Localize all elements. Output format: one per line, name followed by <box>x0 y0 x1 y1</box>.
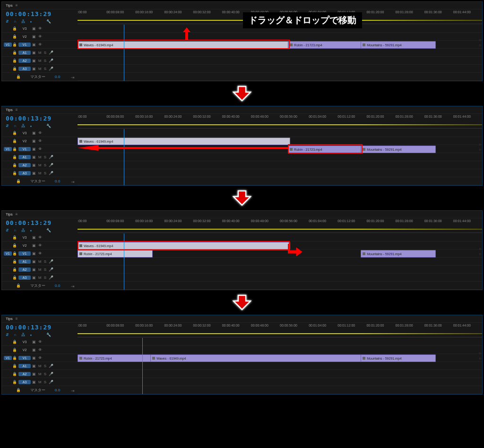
mute-icon[interactable]: M <box>38 155 42 159</box>
lock-icon[interactable]: 🔒 <box>12 380 17 384</box>
panel-menu-icon[interactable]: ≡ <box>16 108 18 112</box>
track-header-a2[interactable]: 🔒A2▣MS🎤 <box>2 161 88 169</box>
track-header-a1[interactable]: 🔒A1▣MS🎤 <box>2 258 88 266</box>
lock-icon[interactable]: 🔒 <box>12 340 17 344</box>
voice-icon[interactable]: 🎤 <box>49 59 53 63</box>
track-header-a1[interactable]: 🔒A1▣MS🎤 <box>2 153 88 161</box>
clip-waves[interactable]: Waves - 61949.mp4 <box>150 354 363 362</box>
solo-icon[interactable]: S <box>44 364 46 368</box>
panel-menu-icon[interactable]: ≡ <box>16 317 18 321</box>
lock-icon[interactable]: 🔒 <box>12 43 17 47</box>
marker-icon[interactable]: ⬥ <box>30 228 32 233</box>
linked-selection-icon[interactable]: ⁂ <box>21 124 25 128</box>
track-header-v2[interactable]: 🔒V2▣👁 <box>2 241 88 250</box>
snap-icon[interactable]: ⇵ <box>6 333 9 337</box>
mute-icon[interactable]: M <box>38 364 42 368</box>
clip-robin[interactable]: Robin - 21723.mp4 <box>78 250 153 258</box>
side-button[interactable]: ○ <box>479 356 481 361</box>
time-ruler[interactable]: :00:0000:00:08:0000:00:16:0000:00:24:000… <box>78 114 482 129</box>
lock-icon[interactable]: 🔒 <box>12 155 17 159</box>
track-label[interactable]: V1 <box>18 43 31 47</box>
track-label[interactable]: V2 <box>18 34 31 39</box>
toggle-visibility-icon[interactable]: 👁 <box>38 26 42 31</box>
track-header-v3[interactable]: 🔒V3▣👁 <box>2 129 88 137</box>
track-row[interactable] <box>78 129 482 137</box>
lock-icon[interactable]: 🔒 <box>12 147 17 151</box>
mute-icon[interactable]: M <box>38 163 42 167</box>
playhead[interactable] <box>124 233 124 290</box>
lock-icon[interactable]: 🔒 <box>12 67 17 71</box>
voice-icon[interactable]: 🎤 <box>49 276 53 280</box>
clip-waves[interactable]: Waves - 61949.mp4 <box>78 242 290 250</box>
track-row[interactable] <box>78 73 482 81</box>
lock-icon[interactable]: 🔒 <box>12 34 17 39</box>
track-header-v2[interactable]: 🔒V2▣👁 <box>2 137 88 145</box>
track-header-a1[interactable]: 🔒A1▣MS🎤 <box>2 49 88 57</box>
track-row[interactable]: Robin - 21723.mp4Waves - 61949.mp4Mounta… <box>78 354 482 362</box>
track-row[interactable] <box>78 338 482 346</box>
time-ruler[interactable]: :00:0000:00:08:0000:00:16:0000:00:24:000… <box>78 218 482 233</box>
lock-icon[interactable]: 🔒 <box>12 163 17 167</box>
toggle-output-icon[interactable]: ▣ <box>32 34 36 39</box>
clip-robin[interactable]: Robin - 21723.mp4 <box>78 354 153 362</box>
track-row[interactable] <box>78 161 482 169</box>
toggle-visibility-icon[interactable]: 👁 <box>38 131 42 135</box>
track-header-a2[interactable]: 🔒A2▣MS🎤 <box>2 57 88 65</box>
magnet-icon[interactable]: ∩ <box>14 124 17 128</box>
linked-selection-icon[interactable]: ⁂ <box>21 19 25 24</box>
toggle-visibility-icon[interactable]: 👁 <box>38 348 42 352</box>
mute-icon[interactable]: M <box>38 51 42 55</box>
toggle-output-icon[interactable]: ▣ <box>32 139 36 143</box>
track-header-v1[interactable]: V1🔒V1▣👁 <box>2 145 88 153</box>
lock-icon[interactable]: 🔒 <box>12 51 17 55</box>
voice-icon[interactable]: 🎤 <box>49 259 53 264</box>
track-row[interactable] <box>78 233 482 241</box>
side-button[interactable]: ○ <box>479 38 481 42</box>
lock-icon[interactable]: 🔒 <box>12 26 17 31</box>
track-row[interactable] <box>78 362 482 370</box>
toggle-output-icon[interactable]: ▣ <box>32 372 36 376</box>
track-label[interactable]: A1 <box>18 51 31 55</box>
voice-icon[interactable]: 🎤 <box>49 364 53 368</box>
track-row[interactable] <box>78 169 482 177</box>
track-row[interactable] <box>78 378 482 386</box>
mute-icon[interactable]: M <box>38 267 42 272</box>
toggle-visibility-icon[interactable]: 👁 <box>38 139 42 143</box>
lock-icon[interactable]: 🔒 <box>12 59 17 63</box>
side-button[interactable]: ○ <box>479 247 481 251</box>
track-header-a2[interactable]: 🔒A2▣MS🎤 <box>2 266 88 274</box>
sequence-tab[interactable]: Tips <box>6 3 13 8</box>
side-button[interactable]: ○ <box>479 142 481 146</box>
toggle-output-icon[interactable]: ▣ <box>32 348 36 352</box>
track-row[interactable] <box>78 49 482 57</box>
settings-icon[interactable]: 🔧 <box>46 19 51 24</box>
track-label[interactable]: A2 <box>18 59 31 63</box>
track-label[interactable]: V3 <box>18 26 31 31</box>
mute-icon[interactable]: M <box>38 380 42 384</box>
panel-menu-icon[interactable]: ≡ <box>16 212 18 216</box>
solo-icon[interactable]: S <box>44 163 46 167</box>
master-track[interactable]: 🔒 マスター0.0 <box>2 386 78 394</box>
toggle-output-icon[interactable]: ▣ <box>32 67 36 71</box>
track-header-v2[interactable]: 🔒V2▣👁 <box>2 33 88 41</box>
toggle-output-icon[interactable]: ▣ <box>32 267 36 272</box>
expand-icon[interactable]: ⇥ <box>71 180 75 184</box>
playhead[interactable] <box>124 129 124 185</box>
timeline-tracks[interactable]: Waves - 61949.mp4Robin - 21723.mp4Mounta… <box>78 129 482 185</box>
clip-mount[interactable]: Mountains - 59291.mp4 <box>361 354 436 362</box>
solo-icon[interactable]: S <box>44 267 46 272</box>
toggle-output-icon[interactable]: ▣ <box>32 155 36 159</box>
track-row[interactable] <box>78 266 482 274</box>
lock-icon[interactable]: 🔒 <box>12 171 17 175</box>
voice-icon[interactable]: 🎤 <box>49 155 53 159</box>
toggle-output-icon[interactable]: ▣ <box>32 356 36 360</box>
clip-robin[interactable]: Robin - 21723.mp4 <box>288 41 363 49</box>
track-header-a3[interactable]: 🔒A3▣MS🎤 <box>2 274 88 282</box>
clip-robin[interactable]: Robin - 21723.mp4 <box>288 146 363 153</box>
playhead[interactable] <box>124 25 124 81</box>
side-button[interactable]: ○ <box>479 351 481 355</box>
track-label[interactable]: V3 <box>18 235 31 240</box>
track-row[interactable]: Waves - 61949.mp4 <box>78 137 482 145</box>
timecode[interactable]: 00:00:13:29 <box>6 219 52 226</box>
track-row[interactable] <box>78 57 482 65</box>
